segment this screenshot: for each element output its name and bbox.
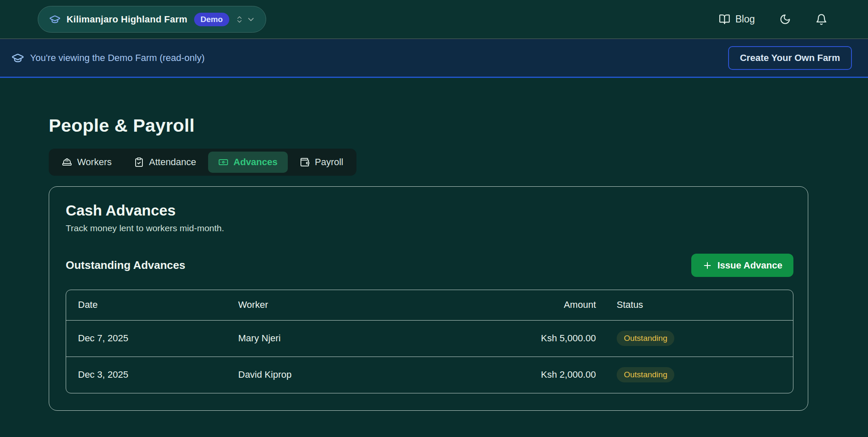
clipboard-check-icon <box>134 157 144 167</box>
create-your-own-farm-button[interactable]: Create Your Own Farm <box>728 46 852 70</box>
card-subtitle: Track money lent to workers mid-month. <box>66 223 793 233</box>
farm-name: Kilimanjaro Highland Farm <box>67 14 187 25</box>
page-title: People & Payroll <box>49 115 819 136</box>
cell-worker: Mary Njeri <box>238 320 500 357</box>
hard-hat-icon <box>62 157 72 167</box>
graduation-cap-icon <box>11 52 24 64</box>
tab-payroll[interactable]: Payroll <box>289 152 353 173</box>
column-header-amount: Amount <box>500 290 596 320</box>
book-open-icon <box>719 14 730 25</box>
top-navbar: Kilimanjaro Highland Farm Demo <box>0 0 868 39</box>
plus-icon <box>702 260 712 271</box>
demo-badge: Demo <box>194 13 229 26</box>
status-badge: Outstanding <box>617 367 674 382</box>
cell-amount: Ksh 2,000.00 <box>500 357 596 393</box>
banner-message: You're viewing the Demo Farm (read-only) <box>30 53 205 64</box>
cell-date: Dec 3, 2025 <box>66 357 238 393</box>
moon-icon <box>779 14 791 25</box>
dark-mode-toggle[interactable] <box>779 14 791 25</box>
issue-advance-label: Issue Advance <box>718 260 782 271</box>
column-header-date: Date <box>66 290 238 320</box>
column-header-status: Status <box>596 290 793 320</box>
blog-label: Blog <box>735 14 755 25</box>
card-title: Cash Advances <box>66 202 793 219</box>
people-payroll-tabbar: Workers Attendance Advances <box>49 149 356 176</box>
wallet-icon <box>300 157 310 167</box>
tab-workers[interactable]: Workers <box>52 152 122 173</box>
bell-icon <box>815 14 827 25</box>
cell-date: Dec 7, 2025 <box>66 320 238 357</box>
column-header-worker: Worker <box>238 290 500 320</box>
tab-label: Advances <box>234 157 278 168</box>
blog-link[interactable]: Blog <box>719 14 755 25</box>
chevron-down-icon <box>246 15 256 24</box>
table-header-row: Date Worker Amount Status <box>66 290 793 320</box>
tab-advances[interactable]: Advances <box>208 152 288 173</box>
outstanding-advances-heading: Outstanding Advances <box>66 259 185 272</box>
advances-table: Date Worker Amount Status Dec 7, 2025 Ma… <box>66 290 793 393</box>
tab-label: Workers <box>77 157 112 168</box>
table-row: Dec 3, 2025 David Kiprop Ksh 2,000.00 Ou… <box>66 357 793 393</box>
chevrons-up-down-icon <box>235 15 244 24</box>
tab-label: Payroll <box>315 157 343 168</box>
farm-selector[interactable]: Kilimanjaro Highland Farm Demo <box>38 6 266 33</box>
cell-amount: Ksh 5,000.00 <box>500 320 596 357</box>
cash-advances-card: Cash Advances Track money lent to worker… <box>49 186 808 411</box>
cell-worker: David Kiprop <box>238 357 500 393</box>
issue-advance-button[interactable]: Issue Advance <box>691 254 793 277</box>
demo-banner: You're viewing the Demo Farm (read-only)… <box>0 39 868 78</box>
graduation-cap-icon <box>49 14 61 25</box>
banknote-icon <box>218 157 228 167</box>
notifications-button[interactable] <box>815 14 827 25</box>
tab-attendance[interactable]: Attendance <box>124 152 206 173</box>
status-badge: Outstanding <box>617 331 674 346</box>
main-content: People & Payroll Workers Att <box>0 78 868 411</box>
table-row: Dec 7, 2025 Mary Njeri Ksh 5,000.00 Outs… <box>66 320 793 357</box>
tab-label: Attendance <box>149 157 196 168</box>
